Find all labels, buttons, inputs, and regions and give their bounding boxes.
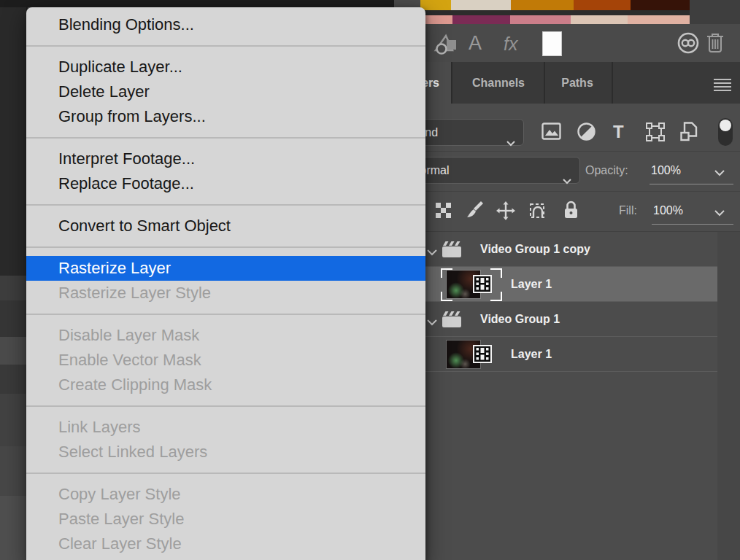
left-dock — [0, 0, 28, 560]
tab-channels[interactable]: Channels — [461, 75, 536, 91]
lock-all-icon[interactable] — [563, 201, 579, 222]
mask-shape-icon[interactable] — [433, 33, 458, 58]
lock-transparency-icon[interactable] — [436, 203, 452, 222]
fill-label: Fill: — [619, 202, 637, 219]
color-band — [511, 0, 574, 10]
dock-band — [0, 300, 26, 337]
canvas-strip-row-2 — [420, 15, 690, 24]
color-band — [420, 0, 451, 10]
menu-item-replace-footage[interactable]: Replace Footage... — [26, 171, 425, 196]
dock-band — [0, 496, 26, 560]
opacity-label: Opacity: — [585, 162, 628, 179]
filter-pixel-layers-icon[interactable] — [541, 122, 561, 143]
color-swatch[interactable] — [542, 31, 562, 56]
filter-type-layers-icon[interactable]: T — [613, 122, 624, 142]
menu-separator — [26, 238, 425, 256]
opacity-underline — [650, 184, 733, 184]
tab-divider — [544, 62, 545, 104]
menu-item-link-layers: Link Layers — [26, 415, 425, 440]
menu-item-rasterize-layer-style: Rasterize Layer Style — [26, 281, 425, 306]
menu-item-select-linked-layers: Select Linked Layers — [26, 440, 425, 464]
dock-band — [0, 446, 26, 496]
blend-mode-dropdown[interactable]: Normal — [403, 157, 580, 184]
menu-item-clear-layer-style: Clear Layer Style — [26, 532, 425, 556]
separator — [394, 191, 740, 192]
canvas-strip-row-1 — [420, 0, 690, 10]
filter-toggle-switch[interactable] — [718, 118, 733, 146]
scroll-gutter[interactable] — [717, 232, 740, 560]
layer-row-group[interactable]: Video Group 1 — [394, 302, 717, 337]
panel-tab-bar: Layers Channels Paths — [394, 62, 740, 104]
opacity-value[interactable]: 100% — [651, 162, 681, 179]
color-band — [571, 15, 628, 24]
creative-cloud-icon[interactable] — [677, 31, 700, 58]
menu-item-group-from-layers[interactable]: Group from Layers... — [26, 104, 425, 129]
filter-adjustment-layers-icon[interactable] — [577, 122, 596, 144]
group-name[interactable]: Video Group 1 copy — [480, 232, 590, 266]
video-group-icon — [441, 310, 463, 332]
panel-menu-icon[interactable] — [714, 79, 731, 93]
menu-separator — [26, 196, 425, 214]
canvas-color-strip — [420, 0, 690, 24]
top-dark-bar — [0, 0, 420, 7]
type-tool-icon[interactable]: A — [469, 32, 482, 55]
dock-band — [0, 0, 26, 276]
chevron-expand-icon[interactable] — [426, 316, 438, 329]
color-band — [631, 0, 690, 10]
layer-row[interactable]: Layer 1 — [394, 337, 717, 372]
menu-item-blending-options[interactable]: Blending Options... — [26, 12, 425, 37]
color-band — [574, 0, 631, 10]
lock-image-pixels-icon[interactable] — [466, 201, 484, 222]
menu-item-copy-layer-style: Copy Layer Style — [26, 482, 425, 507]
tab-divider — [612, 62, 613, 104]
filter-smart-objects-icon[interactable] — [680, 122, 699, 144]
layer-effects-icon[interactable]: fx — [504, 34, 517, 55]
menu-item-rasterize-layer[interactable]: Rasterize Layer — [26, 256, 425, 281]
dock-band — [0, 337, 26, 365]
layer-name[interactable]: Layer 1 — [511, 337, 552, 371]
menu-separator — [26, 397, 425, 415]
strip-corner-fill — [690, 0, 740, 24]
color-band — [510, 15, 571, 24]
filter-shape-layers-icon[interactable] — [646, 122, 665, 144]
layer-name[interactable]: Layer 1 — [511, 267, 552, 301]
color-band — [452, 15, 510, 24]
menu-item-interpret-footage[interactable]: Interpret Footage... — [26, 147, 425, 171]
menu-separator — [26, 306, 425, 323]
menu-separator — [26, 37, 425, 55]
color-band — [628, 15, 690, 24]
menu-item-create-clipping-mask: Create Clipping Mask — [26, 373, 425, 397]
menu-separator — [26, 464, 425, 482]
group-name[interactable]: Video Group 1 — [480, 302, 560, 336]
dock-band — [0, 365, 26, 394]
menu-item-duplicate-layer[interactable]: Duplicate Layer... — [26, 55, 425, 79]
video-layer-badge-icon — [473, 275, 492, 296]
fill-value[interactable]: 100% — [653, 202, 683, 219]
video-group-icon — [441, 240, 463, 262]
panel-toolbar: A fx — [394, 24, 740, 63]
layer-list: Video Group 1 copy Layer 1 — [394, 232, 740, 560]
chevron-down-icon[interactable] — [714, 206, 725, 219]
selection-bracket — [441, 268, 452, 278]
chevron-expand-icon[interactable] — [426, 246, 438, 259]
menu-item-convert-to-smart-object[interactable]: Convert to Smart Object — [26, 214, 425, 238]
lock-artboard-icon[interactable] — [528, 202, 547, 222]
chevron-down-icon — [562, 168, 572, 193]
menu-item-delete-layer[interactable]: Delete Layer — [26, 79, 425, 104]
photoshop-screen: A fx — [0, 0, 740, 560]
menu-item-disable-layer-mask: Disable Layer Mask — [26, 323, 425, 348]
dock-band — [0, 276, 26, 300]
tab-paths[interactable]: Paths — [556, 75, 598, 91]
separator — [394, 151, 740, 152]
menu-item-enable-vector-mask: Enable Vector Mask — [26, 348, 425, 373]
selection-bracket — [490, 292, 502, 301]
tab-divider — [451, 62, 452, 104]
layer-row-group[interactable]: Video Group 1 copy — [394, 232, 717, 267]
layer-row-selected[interactable]: Layer 1 — [394, 267, 717, 302]
trash-icon[interactable] — [706, 31, 724, 56]
menu-item-paste-layer-style: Paste Layer Style — [26, 507, 425, 532]
video-layer-badge-icon — [473, 345, 492, 366]
chevron-down-icon[interactable] — [714, 166, 725, 179]
fill-underline — [652, 224, 733, 225]
lock-position-icon[interactable] — [496, 201, 515, 223]
